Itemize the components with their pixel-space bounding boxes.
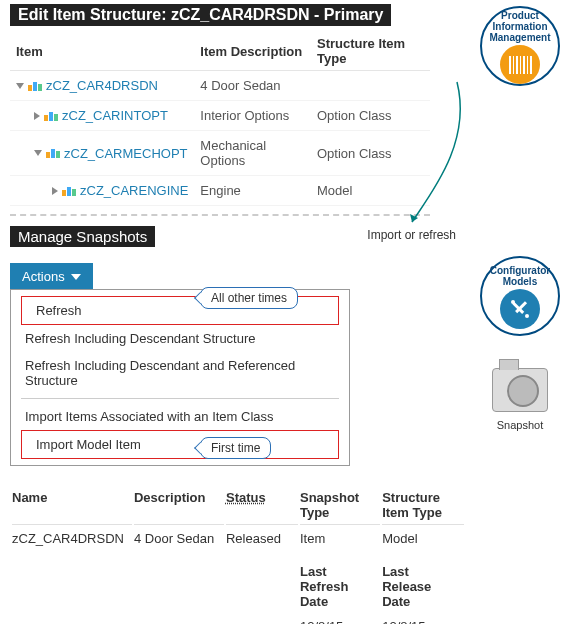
tree-node-icon [62,186,76,196]
chevron-down-icon [71,274,81,280]
pim-circle: Product Information Management [480,6,560,86]
tree-node-type [311,71,430,101]
dh-last-release: Last Release Date [382,552,464,613]
actions-button[interactable]: Actions [10,263,93,290]
dv-desc: 4 Door Sedan [134,527,224,550]
svg-rect-0 [509,56,511,74]
dh-struct-type: Structure Item Type [382,486,464,525]
pim-text-2: Information [493,21,548,32]
menu-refresh-descendant[interactable]: Refresh Including Descendant Structure [11,325,349,352]
callout-all-other-times: All other times [200,287,298,309]
tree-node-label[interactable]: zCZ_CAR4DRSDN [46,78,158,93]
tree-node-label[interactable]: zCZ_CARENGINE [80,183,188,198]
expander-icon[interactable] [16,83,24,89]
expander-icon[interactable] [34,150,42,156]
tree-node-label[interactable]: zCZ_CARINTOPT [62,108,168,123]
barcode-svg [508,56,532,74]
pim-badge: Product Information Management [474,6,566,86]
dv-name: zCZ_CAR4DRSDN [12,527,132,550]
expander-icon[interactable] [34,112,40,120]
tree-node-icon [46,148,60,158]
svg-rect-4 [523,56,525,74]
dh-name: Name [12,486,132,525]
edit-item-structure-title: Edit Item Structure: zCZ_CAR4DRSDN - Pri… [10,4,391,26]
tree-node-label[interactable]: zCZ_CARMECHOPT [64,146,188,161]
tree-node-type: Option Class [311,101,430,131]
svg-rect-2 [516,56,518,74]
snapshot-details-table: Name Description Status Snapshot Type St… [10,484,466,624]
dh-snap-type: Snapshot Type [300,486,380,525]
tree-row[interactable]: zCZ_CARMECHOPTMechanical OptionsOption C… [10,131,430,176]
menu-separator [21,398,339,399]
tree-node-desc: Engine [194,176,311,206]
manage-snapshots-title: Manage Snapshots [10,226,155,247]
dv-struct-type: Model [382,527,464,550]
svg-rect-3 [520,56,521,74]
svg-rect-5 [527,56,528,74]
tree-node-desc: 4 Door Sedan [194,71,311,101]
expander-icon[interactable] [52,187,58,195]
dv-snap-type: Item [300,527,380,550]
svg-rect-1 [513,56,514,74]
callout-first-time: First time [200,437,271,459]
pim-text-3: Management [489,32,550,43]
tree-node-desc: Mechanical Options [194,131,311,176]
col-item: Item [10,32,194,71]
svg-rect-6 [530,56,532,74]
dv-last-release: 12/8/15 11:07 PM [382,615,464,624]
tree-node-desc: Interior Options [194,101,311,131]
dv-status: Released [226,527,298,550]
item-structure-table: Item Item Description Structure Item Typ… [10,32,430,206]
barcode-icon [500,45,540,84]
col-desc: Item Description [194,32,311,71]
dh-last-refresh: Last Refresh Date [300,552,380,613]
menu-import-model-item[interactable]: Import Model Item [21,430,339,459]
tree-row[interactable]: zCZ_CARINTOPTInterior OptionsOption Clas… [10,101,430,131]
menu-refresh-descendant-ref[interactable]: Refresh Including Descendant and Referen… [11,352,349,394]
dv-last-refresh: 12/8/15 9:45 PM [300,615,380,624]
tree-node-icon [44,111,58,121]
dh-desc: Description [134,486,224,525]
col-type: Structure Item Type [311,32,430,71]
tree-node-type: Model [311,176,430,206]
tree-row[interactable]: zCZ_CARENGINEEngineModel [10,176,430,206]
section-divider [10,214,430,216]
tree-node-icon [28,81,42,91]
tree-node-type: Option Class [311,131,430,176]
actions-button-label: Actions [22,269,65,284]
dh-status: Status [226,486,298,525]
actions-dropdown: Refresh Refresh Including Descendant Str… [10,289,350,466]
menu-import-item-class[interactable]: Import Items Associated with an Item Cla… [11,403,349,430]
pim-text-1: Product [501,10,539,21]
tree-row[interactable]: zCZ_CAR4DRSDN4 Door Sedan [10,71,430,101]
